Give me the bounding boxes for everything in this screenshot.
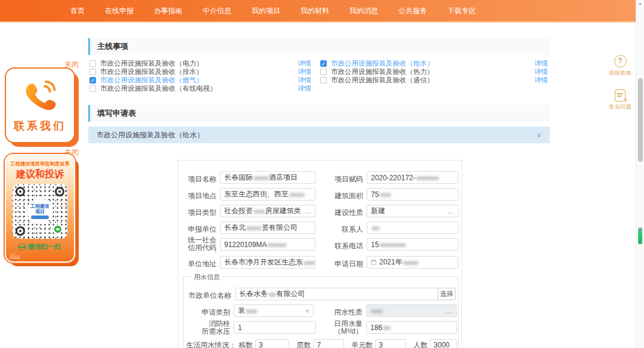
floor-count-input[interactable]: 7	[313, 339, 344, 348]
unit-count-input[interactable]: 3	[375, 339, 406, 348]
contact-us-label: 联系我们	[14, 119, 66, 133]
nav-item-my-projects[interactable]: 我的项目	[252, 6, 280, 16]
qr-finder-icon	[16, 187, 25, 196]
contact-person-input[interactable]: ●●	[367, 221, 459, 234]
project-address-input[interactable]: 东至生态西街、西至●●●●	[220, 188, 315, 201]
detail-link[interactable]: 详情	[534, 76, 548, 85]
mainline-item-label: 市政公用设施报装及验收（热力）	[331, 67, 434, 76]
project-name-input[interactable]: 长春国际●●●●酒店项目	[220, 171, 315, 184]
ellipsis-icon[interactable]: …	[445, 307, 453, 315]
scrollbar-up-icon[interactable]: ▲	[638, 1, 642, 5]
hydrant-pressure-input[interactable]: 1	[234, 321, 316, 334]
complaint-qr-card[interactable]: 工程建设项目审批制度改革 建议和投诉 工程建设 项目 微信扫一扫	[5, 154, 75, 263]
mainline-item[interactable]: ✓ 市政公用设施报装及验收（燃气） 详情	[89, 76, 311, 84]
accordion-water-supply[interactable]: 市政公用设施报装及验收（给水） ∨	[88, 127, 550, 143]
mainline-item[interactable]: ✓ 市政公用设施报装及验收（给水） 详情	[320, 59, 548, 67]
nav-item-online-apply[interactable]: 在线申报	[105, 6, 134, 16]
mainline-item[interactable]: 市政公用设施报装及验收（有线电视） 详情	[89, 84, 311, 93]
checkbox-unchecked[interactable]	[89, 60, 96, 67]
scrollbar-track[interactable]: ▲	[636, 0, 644, 348]
mainline-item[interactable]: 市政公用设施报装及验收（排水） 详情	[89, 67, 311, 76]
field-label: 项目名称	[183, 174, 216, 184]
nav-item-home[interactable]: 首页	[70, 6, 85, 16]
contact-phone-input[interactable]: 15●●●●●●●	[367, 238, 459, 251]
field-label: 项目类型	[183, 208, 216, 218]
detail-link[interactable]: 详情	[298, 67, 311, 76]
field-label: 申报单位	[183, 224, 216, 235]
field-label: 申请日期	[329, 259, 363, 269]
fill-guide-button[interactable]: ? 填报指南	[603, 55, 637, 77]
field-label: 消防栓所需水压	[197, 320, 230, 335]
field-label: 建设性质	[329, 208, 363, 218]
credit-code-input[interactable]: 91220109MA●●●●●	[220, 238, 315, 251]
mainline-item[interactable]: 市政公用设施报装及验收（电力） 详情	[89, 59, 311, 67]
checkbox-checked[interactable]: ✓	[89, 77, 96, 84]
accordion-title: 市政公用设施报装及验收（给水）	[97, 130, 204, 140]
qr-code: 工程建设 项目	[13, 184, 67, 239]
apply-unit-input[interactable]: 长春北●●●●资有限公司	[220, 221, 315, 234]
application-form-panel: 项目名称 长春国际●●●●酒店项目 项目赋码 2020-220172-●●●●●…	[178, 160, 462, 348]
checkbox-unchecked[interactable]	[320, 77, 327, 84]
nav-item-my-materials[interactable]: 我的材料	[301, 6, 329, 16]
field-label: 层数	[296, 340, 311, 348]
page: 首页 在线申报 办事指南 中介信息 我的项目 我的材料 我的消息 公共服务 下载…	[0, 0, 644, 348]
contact-us-card[interactable]: 联系我们	[5, 67, 75, 143]
chevron-down-icon: ∨	[537, 131, 541, 139]
nav-item-public-services[interactable]: 公共服务	[398, 6, 427, 16]
daily-water-usage-input[interactable]: 186●●	[366, 321, 457, 334]
build-nature-input[interactable]: 新建 …	[367, 205, 459, 217]
qr-center-badge: 工程建设 项目	[27, 198, 53, 224]
water-info-fieldset: 用水信息 市政单位名称 长春水务●●有限公司 选择 申请类别 装●●● ∨ 用水…	[183, 276, 459, 348]
project-code-input[interactable]: 2020-220172-●●●●●●	[367, 171, 459, 184]
ellipsis-icon[interactable]: …	[447, 207, 454, 215]
field-label: 统一社会信用代码	[183, 236, 216, 252]
people-count-input[interactable]: 3000	[430, 339, 457, 348]
top-nav: 首页 在线申报 办事指南 中介信息 我的项目 我的材料 我的消息 公共服务 下载…	[0, 0, 636, 23]
choose-button[interactable]: 选择	[438, 288, 456, 300]
checkbox-checked[interactable]: ✓	[320, 60, 327, 67]
mainline-item-label: 市政公用设施报装及验收（给水）	[331, 59, 434, 68]
qr-center-text: 工程建设	[30, 204, 49, 209]
nav-item-download-zone[interactable]: 下载专区	[447, 6, 476, 16]
unit-address-input[interactable]: 长春市净月开发区生态东●●●	[220, 256, 315, 269]
scrollbar-thumb[interactable]	[638, 78, 643, 162]
field-label: 栋数	[239, 340, 253, 348]
building-count-input[interactable]: 3	[255, 339, 289, 348]
detail-link[interactable]: 详情	[298, 84, 311, 93]
nav-item-agency-info[interactable]: 中介信息	[203, 6, 231, 16]
nav-item-guide[interactable]: 办事指南	[154, 6, 182, 16]
water-nature-input[interactable]: ●●● …	[366, 304, 457, 317]
checkbox-unchecked[interactable]	[89, 69, 96, 75]
field-label: 建筑面积	[329, 191, 363, 201]
mainline-item[interactable]: 市政公用设施报装及验收（通信） 详情	[320, 76, 548, 84]
faq-label: 常见问题	[603, 103, 637, 111]
scan-frame-icon	[19, 244, 26, 250]
municipal-unit-name-input[interactable]: 长春水务●●有限公司	[235, 288, 441, 300]
nav-item-my-messages[interactable]: 我的消息	[349, 6, 378, 16]
mainline-item[interactable]: 市政公用设施报装及验收（热力） 详情	[320, 67, 548, 76]
detail-link[interactable]: 详情	[534, 67, 548, 76]
detail-link[interactable]: 详情	[298, 59, 311, 68]
checkbox-unchecked[interactable]	[320, 69, 327, 75]
wechat-icon	[53, 224, 63, 234]
wechat-scan-label: 微信扫一扫	[28, 242, 61, 251]
life-water-usage-row: 生活用水情况： 栋数 3 层数 7 单元数 3 人数 3000	[186, 339, 457, 348]
apply-category-select[interactable]: 装●●● ∨	[234, 304, 314, 317]
apply-date-input[interactable]: 2021年●●●●	[367, 256, 459, 269]
field-label: 用水性质	[329, 307, 363, 318]
detail-link[interactable]: 详情	[534, 59, 548, 68]
scrollbar-highlight-marker	[638, 227, 642, 244]
checkbox-unchecked[interactable]	[89, 85, 96, 92]
ellipsis-icon[interactable]: …	[304, 207, 311, 215]
project-type-input[interactable]: 社会投资●●●房屋建筑类 …	[220, 205, 315, 217]
mainline-item-label: 市政公用设施报装及验收（燃气）	[100, 76, 203, 85]
faq-button[interactable]: ? 常见问题	[603, 90, 637, 111]
field-label: 市政单位名称	[184, 291, 231, 301]
section-header-application-form: 填写申请表	[88, 105, 550, 122]
fill-guide-label: 填报指南	[603, 69, 637, 77]
question-circle-icon: ?	[614, 55, 627, 67]
building-area-input[interactable]: 75●●●	[367, 188, 459, 201]
detail-link[interactable]: 详情	[298, 76, 311, 85]
complaint-title: 工程建设项目审批制度改革	[10, 161, 69, 168]
calendar-icon	[371, 260, 376, 265]
